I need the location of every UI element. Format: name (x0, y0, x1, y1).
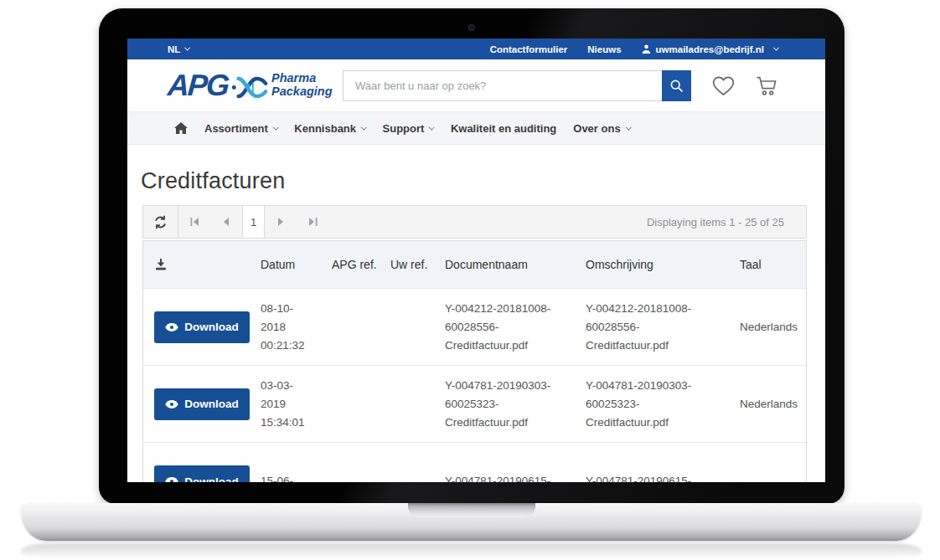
cell-uw-ref (390, 443, 445, 482)
cell-apg-ref (332, 366, 390, 442)
account-email: uwmailadres@bedrijf.nl (656, 44, 764, 54)
main-navigation: Assortiment Kennisbank Support Kwaliteit… (127, 111, 825, 145)
column-header-taal: Taal (731, 258, 806, 271)
page-content: Creditfacturen (127, 145, 825, 482)
next-page-icon (276, 218, 285, 226)
top-utility-bar: NL Contactformulier Nieuws uwmailadres@b… (127, 39, 825, 59)
dna-helix-icon (231, 74, 268, 101)
user-icon (642, 44, 651, 54)
webcam-icon (468, 24, 475, 31)
table-header-row: Datum APG ref. Uw ref. Documentnaam Omsc… (143, 241, 806, 289)
cell-apg-ref (332, 443, 390, 482)
cart-button[interactable] (756, 75, 778, 96)
cell-datum: 15-06- (261, 443, 332, 482)
chevron-down-icon (626, 124, 631, 129)
table-toolbar: 1 Displaying items 1 - 25 of 25 (142, 205, 807, 239)
search-button[interactable] (662, 70, 691, 101)
download-column-header (143, 258, 261, 271)
topbar-link-contactformulier[interactable]: Contactformulier (490, 44, 568, 54)
account-menu[interactable]: uwmailadres@bedrijf.nl (642, 44, 778, 54)
last-page-button[interactable] (297, 206, 328, 238)
first-page-button[interactable] (178, 206, 210, 238)
home-icon[interactable] (168, 122, 196, 134)
download-button[interactable]: Download (154, 388, 250, 420)
table-row: Download 08-10-2018 00:21:32 Y-004212-20… (143, 289, 806, 366)
column-header-documentnaam: Documentnaam (445, 255, 586, 274)
cell-omschrijving: Y-004781-20190615- (586, 443, 731, 482)
cell-uw-ref (390, 289, 445, 365)
nav-item-over-ons[interactable]: Over ons (565, 122, 638, 135)
search-icon (669, 79, 684, 93)
cell-documentnaam: Y-004212-20181008-60028556-Creditfactuur… (445, 289, 586, 365)
previous-page-icon (222, 218, 230, 226)
table-row: Download 03-03-2019 15:34:01 Y-004781-20… (143, 366, 806, 443)
refresh-button[interactable] (143, 206, 178, 238)
cell-documentnaam: Y-004781-20190303-60025323-Creditfactuur… (445, 366, 586, 442)
logo-tagline: Pharma Packaging (271, 72, 333, 98)
cell-omschrijving: Y-004212-20181008-60028556-Creditfactuur… (586, 289, 731, 365)
apg-logo[interactable]: APG Pharma Packaging (168, 70, 339, 101)
cell-uw-ref (390, 366, 445, 442)
page-title: Creditfacturen (141, 167, 812, 195)
eye-icon (165, 323, 178, 331)
chevron-down-icon (773, 45, 779, 51)
laptop-base-notch (408, 503, 535, 517)
chevron-down-icon (184, 45, 190, 51)
column-header-omschrijving: Omschrijving (586, 255, 731, 274)
refresh-icon (153, 215, 168, 229)
first-page-icon (190, 218, 199, 226)
laptop-screen-bezel: NL Contactformulier Nieuws uwmailadres@b… (99, 8, 844, 504)
laptop-base (21, 503, 922, 541)
chevron-down-icon (273, 124, 278, 129)
eye-icon (165, 477, 178, 482)
column-header-apg-ref: APG ref. (332, 258, 390, 271)
cell-taal: Nederlands (731, 366, 806, 442)
wishlist-button[interactable] (712, 75, 735, 96)
cell-datum: 03-03-2019 15:34:01 (261, 366, 332, 442)
documents-table: Datum APG ref. Uw ref. Documentnaam Omsc… (142, 240, 807, 482)
chevron-down-icon (429, 124, 434, 129)
topbar-link-nieuws[interactable]: Nieuws (587, 44, 621, 54)
chevron-down-icon (361, 124, 366, 129)
download-button[interactable]: Download (154, 311, 250, 343)
nav-item-assortiment[interactable]: Assortiment (196, 122, 286, 135)
column-header-uw-ref: Uw ref. (390, 258, 445, 271)
last-page-icon (308, 218, 318, 226)
house-icon (174, 122, 188, 134)
table-row: Download 15-06- Y-004781-20190615- Y-004… (143, 443, 806, 482)
nav-item-kennisbank[interactable]: Kennisbank (286, 122, 374, 135)
cell-omschrijving: Y-004781-20190303-60025323-Creditfactuur… (586, 366, 731, 442)
laptop-mockup: NL Contactformulier Nieuws uwmailadres@b… (0, 0, 940, 560)
documents-widget: 1 Displaying items 1 - 25 of 25 (142, 205, 807, 482)
language-selector[interactable]: NL (168, 44, 189, 54)
cell-taal (731, 443, 806, 482)
search-input[interactable] (343, 70, 662, 101)
previous-page-button[interactable] (210, 206, 242, 238)
eye-icon (165, 400, 178, 408)
pagination-status: Displaying items 1 - 25 of 25 (647, 216, 806, 229)
cart-icon (756, 75, 778, 96)
laptop-display: NL Contactformulier Nieuws uwmailadres@b… (127, 39, 825, 482)
nav-item-support[interactable]: Support (374, 122, 442, 135)
nav-item-kwaliteit-en-auditing[interactable]: Kwaliteit en auditing (442, 122, 565, 135)
site-header: APG Pharma Packaging (127, 59, 825, 111)
current-page-indicator: 1 (242, 206, 265, 238)
search-bar (343, 70, 691, 101)
next-page-button[interactable] (265, 206, 297, 238)
download-icon (154, 258, 168, 271)
download-button[interactable]: Download (154, 465, 250, 482)
heart-icon (712, 75, 735, 96)
laptop-reflection (21, 543, 922, 559)
column-header-datum: Datum (261, 255, 332, 274)
logo-wordmark: APG (167, 70, 230, 100)
cell-taal: Nederlands (731, 289, 806, 365)
language-label: NL (168, 44, 180, 54)
cell-apg-ref (332, 289, 390, 365)
cell-datum: 08-10-2018 00:21:32 (261, 289, 332, 365)
cell-documentnaam: Y-004781-20190615- (445, 443, 586, 482)
